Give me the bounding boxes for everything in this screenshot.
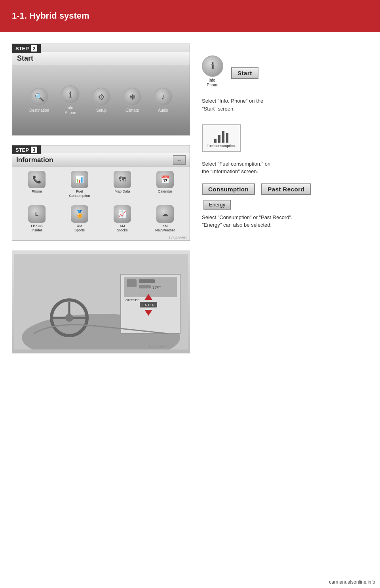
calendar-icon: 📅	[156, 171, 174, 188]
xmweather-label: XMNavWeather	[155, 224, 175, 233]
calendar-label: Calendar	[158, 189, 173, 194]
audio-icon: ♪	[154, 88, 173, 107]
infophone-label: Info.Phone	[65, 106, 76, 115]
info-phone-item[interactable]: 📞 Phone	[17, 171, 57, 202]
step-infophone-row: ℹ Info.Phone Start	[202, 55, 368, 91]
main-content: STEP 2 Start 🔍 Destination ℹ Info.Phone …	[0, 32, 380, 365]
footer-text: carmanualsonline.info	[329, 579, 375, 585]
xmstocks-label: XMStocks	[117, 224, 127, 233]
info-fuelconsumption-item[interactable]: 📊 FuelConsumption	[60, 171, 99, 202]
desc-step3: Select "Fuel consumption." on the "Infor…	[202, 160, 368, 176]
phone-icon: 📞	[28, 171, 46, 188]
bar3	[222, 131, 224, 143]
phone-label: Phone	[32, 189, 42, 194]
svg-text:77°F: 77°F	[152, 286, 161, 290]
nav-setup[interactable]: ⚙ Setup	[92, 88, 111, 113]
destination-icon: 🔍	[30, 88, 49, 107]
bar4	[226, 133, 228, 143]
fuel-icon: 📊	[71, 171, 88, 188]
fuel-label: FuelConsumption	[69, 189, 90, 198]
step3-title: Information	[16, 156, 53, 164]
svg-rect-9	[127, 279, 137, 287]
step3-box: STEP 3 Information ← 📞 Phone 📊 FuelConsu…	[12, 145, 190, 241]
footer: carmanualsonline.info	[329, 579, 375, 585]
step2-icons-row: 🔍 Destination ℹ Info.Phone ⚙ Setup ❄ Cli…	[12, 65, 190, 135]
fuel-icon-label: Fuel consumption.	[207, 144, 236, 148]
nav-infophone[interactable]: ℹ Info.Phone	[61, 85, 80, 115]
infophone-circle-icon: ℹ	[202, 55, 223, 77]
energy-button[interactable]: Energy	[203, 200, 231, 210]
step3-title-bar: Information ←	[12, 153, 190, 167]
destination-label: Destination	[29, 108, 49, 113]
car-sketch: 77°F OUTSIDE ENTER SLY11AA040	[12, 250, 190, 353]
step3-label: STEP 3	[12, 145, 41, 154]
bar-chart-icon	[214, 128, 228, 143]
nav-audio[interactable]: ♪ Audio	[154, 88, 173, 113]
desc-step2: Select "Info. Phone" on the "Start" scre…	[202, 97, 368, 113]
nav-climate[interactable]: ❄ Climate	[123, 88, 142, 113]
car-interior-svg: 77°F OUTSIDE ENTER SLY11AA040	[14, 254, 188, 349]
svg-text:OUTSIDE: OUTSIDE	[125, 298, 140, 302]
step2-screen: Start 🔍 Destination ℹ Info.Phone ⚙ Setup	[12, 44, 190, 135]
infophone-icon-box: ℹ Info.Phone	[202, 55, 223, 88]
lexus-icon: L	[28, 205, 46, 223]
info-mapdata-item[interactable]: 🗺 Map Data	[103, 171, 142, 202]
desc6: "Energy" can also be selected.	[202, 222, 272, 228]
action-buttons-row: Consumption Past Record	[202, 183, 368, 195]
setup-icon: ⚙	[92, 88, 111, 107]
past-record-button[interactable]: Past Record	[261, 183, 311, 195]
desc3: Select "Fuel consumption." on	[202, 161, 270, 167]
desc2: "Start" screen.	[202, 106, 235, 112]
xmsports-icon: 🏅	[71, 205, 88, 223]
start-button[interactable]: Start	[231, 67, 258, 79]
svg-point-6	[65, 314, 73, 322]
info-xmsports-item[interactable]: 🏅 XMSports	[60, 205, 99, 237]
step3-watermark: SLY11AA030	[169, 236, 187, 239]
step2-box: STEP 2 Start 🔍 Destination ℹ Info.Phone …	[12, 44, 190, 136]
bar2	[218, 135, 220, 143]
setup-label: Setup	[96, 108, 106, 113]
mapdata-label: Map Data	[114, 189, 130, 194]
right-column: ℹ Info.Phone Start Select "Info. Phone" …	[202, 44, 368, 353]
step2-title: Start	[12, 52, 190, 65]
xmweather-icon: ☁	[156, 205, 174, 223]
svg-text:ENTER: ENTER	[142, 303, 155, 307]
climate-icon: ❄	[123, 88, 142, 107]
xmsports-label: XMSports	[74, 224, 85, 233]
infophone-icon-label: Info.Phone	[207, 78, 218, 88]
car-image-area: 77°F OUTSIDE ENTER SLY11AA040	[12, 250, 190, 353]
mapdata-icon: 🗺	[114, 171, 131, 188]
info-xmstocks-item[interactable]: 📈 XMStocks	[103, 205, 142, 237]
svg-rect-10	[139, 279, 155, 283]
step2-label: STEP 2	[12, 44, 41, 53]
fuel-section: Fuel consumption.	[202, 124, 368, 152]
infophone-icon: ℹ	[61, 85, 80, 104]
step3-screen: Information ← 📞 Phone 📊 FuelConsumption …	[12, 145, 190, 241]
step2-watermark: SLY11AA039	[169, 130, 187, 134]
info-xmweather-item[interactable]: ☁ XMNavWeather	[145, 205, 185, 237]
xmstocks-icon: 📈	[114, 205, 131, 223]
info-calendar-item[interactable]: 📅 Calendar	[145, 171, 185, 202]
page-title: 1-1. Hybrid system	[12, 11, 89, 21]
nav-destination[interactable]: 🔍 Destination	[29, 88, 49, 113]
bar1	[214, 139, 217, 143]
svg-text:SLY11AA040: SLY11AA040	[148, 345, 167, 348]
audio-label: Audio	[158, 108, 168, 113]
desc4: the "Information" screen.	[202, 168, 258, 174]
desc5: Select "Consumption" or "Past Record".	[202, 214, 293, 220]
desc1: Select "Info. Phone" on the	[202, 98, 263, 104]
step3-number: 3	[30, 146, 38, 153]
info-lexus-item[interactable]: L LEXUSInsider	[17, 205, 57, 237]
page-header: 1-1. Hybrid system	[0, 0, 380, 32]
lexus-label: LEXUSInsider	[31, 224, 43, 233]
fuel-icon-box: Fuel consumption.	[202, 124, 241, 152]
step2-number: 2	[30, 45, 38, 52]
energy-row: Energy	[203, 200, 368, 210]
back-button[interactable]: ←	[173, 155, 186, 165]
svg-rect-11	[139, 285, 151, 288]
left-column: STEP 2 Start 🔍 Destination ℹ Info.Phone …	[12, 44, 190, 353]
desc-step4: Select "Consumption" or "Past Record". "…	[202, 214, 368, 229]
climate-label: Climate	[125, 108, 139, 113]
step3-icons-grid: 📞 Phone 📊 FuelConsumption 🗺 Map Data 📅 C…	[12, 167, 190, 241]
consumption-button[interactable]: Consumption	[202, 183, 255, 195]
